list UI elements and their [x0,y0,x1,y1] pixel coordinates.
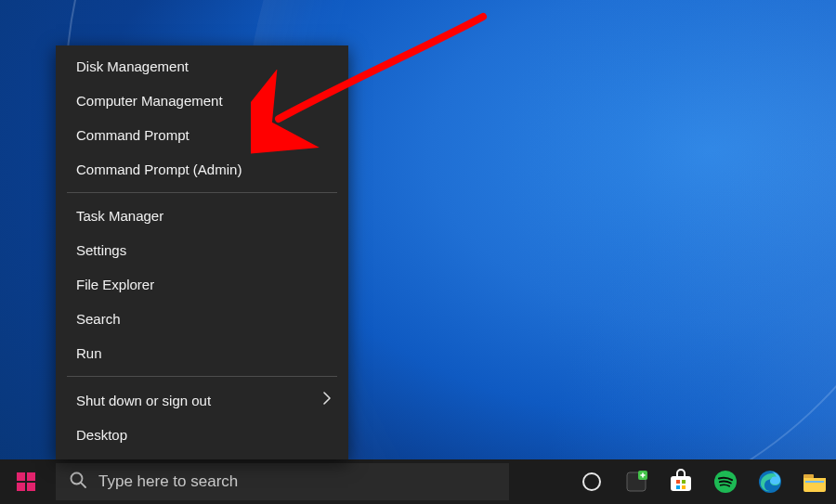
menu-separator [67,192,337,193]
menu-item-label: Run [76,345,102,361]
search-icon [69,471,87,494]
desktop-wallpaper: Disk Management Computer Management Comm… [0,0,836,504]
windows-logo-icon [17,472,35,491]
svg-rect-2 [17,483,25,491]
menu-item-settings[interactable]: Settings [56,233,348,267]
menu-item-label: Command Prompt [76,127,189,143]
menu-item-label: Computer Management [76,93,223,109]
svg-rect-0 [17,472,25,481]
menu-item-label: Disk Management [76,58,189,74]
menu-item-desktop[interactable]: Desktop [56,418,348,452]
svg-point-6 [583,473,600,490]
menu-item-label: Task Manager [76,208,163,224]
menu-item-label: File Explorer [76,277,154,292]
edge-icon[interactable] [754,466,786,498]
taskbar: Type here to search [0,459,836,504]
menu-item-shut-down-sign-out[interactable]: Shut down or sign out [56,382,348,418]
file-explorer-icon[interactable] [799,466,830,498]
menu-item-command-prompt[interactable]: Command Prompt [56,118,348,152]
menu-item-run[interactable]: Run [56,336,348,370]
svg-line-5 [81,483,85,487]
taskbar-search[interactable]: Type here to search [56,463,509,500]
menu-item-label: Command Prompt (Admin) [76,162,242,177]
menu-item-command-prompt-admin[interactable]: Command Prompt (Admin) [56,152,348,187]
menu-item-computer-management[interactable]: Computer Management [56,84,348,118]
svg-rect-12 [676,485,680,489]
microsoft-store-icon[interactable] [665,466,697,498]
menu-item-label: Shut down or sign out [76,393,211,408]
svg-rect-9 [671,476,691,491]
svg-rect-11 [682,480,686,484]
menu-item-label: Search [76,311,121,327]
menu-item-disk-management[interactable]: Disk Management [56,49,348,84]
menu-item-search[interactable]: Search [56,302,348,336]
svg-rect-13 [682,485,686,489]
xbox-icon[interactable] [620,466,652,498]
svg-rect-3 [27,483,35,491]
svg-rect-16 [803,474,814,478]
svg-rect-1 [27,472,35,481]
chevron-right-icon [322,392,332,408]
spotify-icon[interactable] [710,466,741,498]
menu-separator [67,376,337,377]
menu-item-task-manager[interactable]: Task Manager [56,199,348,233]
winx-context-menu: Disk Management Computer Management Comm… [56,45,348,459]
svg-rect-10 [676,480,680,484]
menu-item-label: Settings [76,242,126,258]
menu-item-file-explorer[interactable]: File Explorer [56,267,348,302]
taskbar-pinned-icons [576,466,836,498]
menu-item-label: Desktop [76,427,127,443]
cortana-icon[interactable] [576,466,607,498]
start-button[interactable] [0,459,52,504]
search-placeholder: Type here to search [98,472,238,491]
svg-rect-17 [805,481,824,483]
